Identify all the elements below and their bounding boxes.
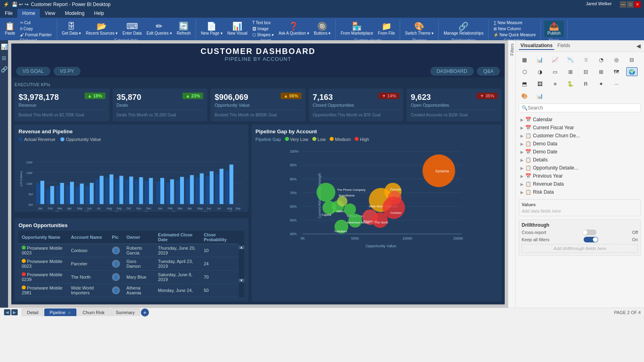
viz-pie[interactable]: ◔ — [596, 55, 607, 64]
field-details[interactable]: ▶ 📋 Details — [519, 156, 641, 164]
bubble-brand-name[interactable] — [337, 196, 347, 207]
viz-matrix[interactable]: ⊞ — [596, 67, 607, 76]
manage-relationships-button[interactable]: 🔗 Manage Relationships — [442, 21, 485, 36]
viz-treemap[interactable]: ⊟ — [626, 55, 638, 64]
switch-theme-button[interactable]: 🎨 Switch Theme ▾ — [403, 21, 435, 36]
recent-sources-button[interactable]: 📂 Recent Sources ▾ — [84, 21, 119, 36]
dashboard-button[interactable]: DASHBOARD — [430, 67, 474, 76]
tab-view[interactable]: View — [40, 9, 60, 18]
vs-goal-button[interactable]: VS GOAL — [16, 67, 50, 76]
scroll-down-button[interactable]: ▼ — [239, 279, 244, 282]
sidebar-report-icon[interactable]: 📊 — [1, 43, 8, 50]
table-row[interactable]: Proseware Mobile 0239 The North 👤 Mary B… — [19, 271, 239, 284]
next-page-button[interactable]: ▶ — [11, 309, 18, 315]
viz-bar-chart[interactable]: 📊 — [534, 55, 545, 64]
viz-line-chart[interactable]: 📈 — [549, 55, 561, 64]
viz-funnel[interactable]: ⬡ — [519, 67, 530, 76]
viz-table[interactable]: ⊟ — [580, 67, 592, 76]
viz-ai[interactable]: ✦ — [596, 79, 607, 88]
viz-analytics[interactable]: 📊 — [534, 91, 545, 100]
field-demo-date[interactable]: ▶ 📅 Demo Date — [519, 148, 641, 156]
viz-filled-map[interactable]: 🌍 — [626, 67, 638, 76]
image-button[interactable]: 🖼 Image — [251, 26, 275, 31]
bubble-capela[interactable] — [322, 201, 336, 215]
keep-filters-toggle[interactable] — [584, 237, 598, 242]
viz-image[interactable]: 🖼 — [534, 79, 545, 88]
viz-card[interactable]: ▭ — [549, 67, 561, 76]
close-pipeline-tab[interactable]: ✕ — [68, 311, 71, 315]
table-row[interactable]: Proseware Mobile 0023 Contoso 👤 Roberto … — [19, 244, 239, 257]
bubble-tailspin[interactable] — [344, 203, 356, 215]
text-box-button[interactable]: T Text box — [251, 20, 275, 25]
field-calendar[interactable]: ▶ 📅 Calendar — [519, 116, 641, 124]
viz-gauge[interactable]: ◑ — [534, 67, 545, 76]
viz-donut[interactable]: ◎ — [611, 55, 622, 64]
table-row[interactable]: Proseware Mobile 0023 Parceler 👤 Goro Da… — [19, 257, 239, 271]
search-input[interactable] — [528, 105, 638, 111]
tab-home[interactable]: Home — [17, 9, 40, 18]
sidebar-model-icon[interactable]: 🔗 — [1, 66, 8, 72]
vs-py-button[interactable]: VS PY — [54, 67, 80, 76]
field-demo-data[interactable]: ▶ 📋 Demo Data — [519, 140, 641, 148]
copy-button[interactable]: ⎘ Copy — [19, 26, 54, 31]
paste-button[interactable]: 📋 Paste — [3, 21, 17, 36]
tab-detail[interactable]: Detail — [22, 308, 43, 316]
add-page-button[interactable]: + — [141, 308, 149, 316]
new-measure-button[interactable]: ∑ New Measure — [492, 20, 537, 25]
from-marketplace-button[interactable]: 🏪 From Marketplace — [339, 21, 375, 36]
viz-map[interactable]: 🗺 — [611, 67, 622, 76]
table-row[interactable]: Proseware Mobile 2981 Wide World Importe… — [19, 284, 239, 297]
enter-data-button[interactable]: ⌨ Enter Data — [121, 21, 143, 36]
close-button[interactable]: ✕ — [634, 1, 641, 8]
from-file-button[interactable]: 📁 From File — [376, 21, 396, 36]
field-prev-year[interactable]: ▶ 📅 Previous Year — [519, 172, 641, 180]
field-opp-details[interactable]: ▶ 📋 Opportunity Detaile... — [519, 164, 641, 172]
table-scroll[interactable]: ▲ ▼ — [239, 231, 244, 297]
viz-multi-card[interactable]: ⊞ — [565, 67, 576, 76]
filters-button[interactable]: Filters — [510, 42, 514, 57]
viz-more[interactable]: ··· — [611, 79, 622, 88]
get-data-button[interactable]: 🗄 Get Data ▾ — [60, 21, 83, 36]
prev-page-button[interactable]: ◀ — [4, 309, 10, 315]
minimize-button[interactable]: — — [620, 1, 626, 8]
cut-button[interactable]: ✂ Cut — [19, 20, 54, 25]
bubble-phone-company[interactable] — [316, 183, 335, 202]
viz-r[interactable]: R — [580, 79, 592, 88]
field-customer-churn[interactable]: ▶ 📋 Customer Churn De... — [519, 132, 641, 140]
maximize-button[interactable]: □ — [627, 1, 634, 8]
viz-python[interactable]: 🐍 — [565, 79, 576, 88]
tab-modeling[interactable]: Modeling — [60, 9, 89, 18]
viz-scatter[interactable]: ⁝⁝ — [580, 55, 592, 64]
new-page-button[interactable]: 📄 New Page ▾ — [199, 21, 224, 36]
tab-pipeline[interactable]: Pipeline ✕ — [44, 308, 76, 316]
buttons-button[interactable]: 🔘 Buttons ▾ — [312, 21, 332, 36]
viz-slicer[interactable]: ≡ — [549, 79, 561, 88]
new-column-button[interactable]: ⊞ New Column — [492, 26, 537, 31]
qa-button[interactable]: Q&A — [477, 67, 500, 76]
tab-summary[interactable]: Summary — [111, 308, 140, 316]
bubble-the-north[interactable] — [372, 213, 388, 228]
viz-waterfall[interactable]: ⬒ — [519, 79, 530, 88]
publish-button[interactable]: 📤 Publish — [544, 21, 564, 37]
shapes-button[interactable]: ⬡ Shapes ▾ — [251, 32, 275, 37]
viz-stacked-bar[interactable]: ▦ — [519, 55, 530, 64]
field-risk-data[interactable]: ▶ 📋 Risk Data — [519, 188, 641, 196]
tab-churn-risk[interactable]: Churn Risk — [77, 308, 109, 316]
tab-help[interactable]: Help — [89, 9, 109, 18]
viz-area-chart[interactable]: 📉 — [565, 55, 576, 64]
viz-format-paint[interactable]: 🎨 — [519, 91, 530, 100]
ask-question-button[interactable]: ❓ Ask A Question ▾ — [277, 21, 311, 36]
format-painter-button[interactable]: 🖌 Format Painter — [19, 32, 54, 37]
window-controls[interactable]: — □ ✕ — [620, 1, 641, 8]
refresh-button[interactable]: 🔄 Refresh — [175, 21, 192, 36]
tab-file[interactable]: File — [0, 9, 17, 18]
field-fiscal-year[interactable]: ▶ 📅 Current Fiscal Year — [519, 124, 641, 132]
sidebar-data-icon[interactable]: ⊞ — [2, 55, 6, 61]
scroll-up-button[interactable]: ▲ — [239, 246, 244, 249]
new-quick-measure-button[interactable]: ⚡ New Quick Measure — [492, 32, 537, 37]
cross-report-toggle[interactable] — [582, 230, 597, 235]
new-visual-button[interactable]: 📊 New Visual — [226, 21, 249, 36]
tab-visualizations[interactable]: Visualizations — [519, 42, 554, 50]
collapse-panel-button[interactable]: ◀ — [636, 43, 641, 49]
edit-queries-button[interactable]: ✏ Edit Queries ▾ — [145, 21, 173, 36]
